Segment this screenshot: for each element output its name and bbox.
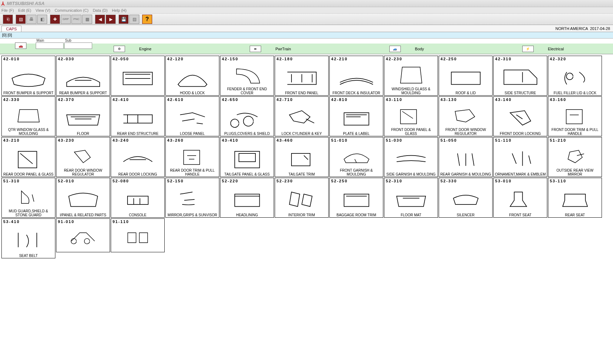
part-cell[interactable]: 43-140 FRONT DOOR LOCKING: [493, 96, 547, 136]
part-cell[interactable]: 52-310 FLOOR MAT: [384, 178, 438, 218]
part-cell[interactable]: 42-810 PLATE & LABEL: [329, 96, 383, 136]
part-cell[interactable]: 42-120 HOOD & LOCK: [165, 56, 219, 96]
toolbar-help-button[interactable]: ?: [142, 15, 152, 24]
part-cell[interactable]: 51-010 FRONT GARNISH & MOULDING: [329, 137, 383, 177]
sub-input[interactable]: [64, 42, 92, 49]
part-cell[interactable]: 53-010 FRONT SEAT: [493, 178, 547, 218]
vehicle-icon[interactable]: 🚗: [15, 42, 26, 49]
part-cell[interactable]: 42-150 FENDER & FRONT END COVER: [220, 56, 274, 96]
part-cell[interactable]: 52-330 SILENCER: [439, 178, 493, 218]
part-label: FRONT DOOR LOCKING: [494, 131, 547, 136]
toolbar-button-12[interactable]: ▤: [129, 15, 139, 24]
part-cell[interactable]: 52-080 CONSOLE: [111, 178, 165, 218]
part-cell[interactable]: 43-210 REAR DOOR PANEL & GLASS: [1, 137, 55, 177]
part-cell[interactable]: 42-230 WINDSHIELD GLASS & MOULDING: [384, 56, 438, 96]
region-text: NORTH AMERICA: [555, 26, 588, 31]
menu-data[interactable]: Data (D): [93, 8, 108, 12]
part-cell[interactable]: 43-240 REAR DOOR LOCKING: [111, 137, 165, 177]
part-code: 43-230: [56, 137, 110, 143]
menu-edit[interactable]: Edit (E): [18, 8, 31, 12]
part-label: ORNAMENT,MARK & EMBLEM: [494, 172, 547, 177]
toolbar-button-8[interactable]: ▦: [82, 15, 92, 24]
part-cell[interactable]: 42-320 FUEL FILLER LID & LOCK: [548, 56, 602, 96]
part-label: MUD GUARD,SHIELD & STONE GUARD: [2, 209, 55, 217]
part-cell[interactable]: 51-110 ORNAMENT,MARK & EMBLEM: [493, 137, 547, 177]
toolbar-button-2[interactable]: ▤: [16, 15, 26, 24]
part-cell[interactable]: 52-220 HEADLINING: [220, 178, 274, 218]
part-cell[interactable]: 42-210 FRONT DECK & INSULATOR: [329, 56, 383, 96]
toolbar-pnc-button[interactable]: PNC: [71, 15, 81, 24]
part-cell[interactable]: 53-410 SEAT BELT: [1, 218, 55, 258]
part-cell[interactable]: 43-130 FRONT DOOR WINDOW REGULATOR: [439, 96, 493, 136]
part-cell[interactable]: 51-050 REAR GARNISH & MOULDING: [439, 137, 493, 177]
part-cell[interactable]: 43-460 TAILGATE TRIM: [275, 137, 329, 177]
part-diagram-icon: [220, 62, 274, 87]
part-cell[interactable]: 43-110 FRONT DOOR PANEL & GLASS: [384, 96, 438, 136]
part-cell[interactable]: 53-110 REAR SEAT: [548, 178, 602, 218]
part-code: 42-030: [56, 56, 110, 62]
part-cell[interactable]: 43-260 REAR DOOR TRIM & PULL HANDLE: [165, 137, 219, 177]
part-cell[interactable]: 91-010: [56, 218, 110, 252]
part-label: ROOF & LID: [439, 91, 492, 95]
part-label: REAR BUMPER & SUPPORT: [56, 91, 110, 95]
category-item-electrical[interactable]: ⚡Electrical: [522, 46, 564, 52]
part-cell[interactable]: 52-230 INTERIOR TRIM: [275, 178, 329, 218]
part-label: REAR SEAT: [548, 213, 602, 217]
menu-help[interactable]: Help (H): [112, 8, 126, 12]
part-cell[interactable]: 51-030 SIDE GARNISH & MOULDING: [384, 137, 438, 177]
category-item-engine[interactable]: ⚙Engine: [114, 46, 151, 52]
part-cell[interactable]: 91-110: [111, 218, 165, 252]
toolbar-prev-button[interactable]: ◀: [95, 15, 105, 24]
part-cell[interactable]: 42-410 REAR END STRUCTURE: [111, 96, 165, 136]
part-cell[interactable]: 42-250 ROOF & LID: [439, 56, 493, 96]
part-cell[interactable]: 42-370 FLOOR: [56, 96, 110, 136]
part-label: HEADLINING: [220, 213, 274, 217]
part-cell[interactable]: 52-150 MIRROR,GRIPS & SUNVISOR: [165, 178, 219, 218]
part-label: FRONT BUMPER & SUPPORT: [2, 91, 55, 95]
part-label: OUTSIDE REAR VIEW MIRROR: [548, 168, 602, 177]
part-code: 51-010: [330, 137, 383, 143]
menu-communication[interactable]: Communication (C): [55, 8, 89, 12]
part-cell[interactable]: 42-310 SIDE STRUCTURE: [493, 56, 547, 96]
category-item-pwrtrain[interactable]: ⬌PwrTrain: [250, 46, 291, 52]
part-cell[interactable]: 42-710 LOCK CYLINDER & KEY: [275, 96, 329, 136]
part-diagram-icon: [548, 62, 602, 91]
part-cell[interactable]: 42-180 FRONT END PANEL: [275, 56, 329, 96]
part-label: FENDER & FRONT END COVER: [220, 87, 274, 95]
part-label: SEAT BELT: [2, 253, 55, 258]
tab-caps[interactable]: CAPS: [1, 26, 21, 32]
part-label: FRONT SEAT: [494, 213, 547, 217]
part-cell[interactable]: 42-330 QTR WINDOW GLASS & MOULDING: [1, 96, 55, 136]
part-cell[interactable]: 42-650 PLUGS,COVERS & SHIELD: [220, 96, 274, 136]
part-diagram-icon: [220, 143, 274, 172]
part-cell[interactable]: 42-010 FRONT BUMPER & SUPPORT: [1, 56, 55, 96]
part-cell[interactable]: 43-160 FRONT DOOR TRIM & PULL HANDLE: [548, 96, 602, 136]
toolbar-exit-button[interactable]: ⎗: [3, 15, 13, 24]
part-cell[interactable]: 51-210 OUTSIDE REAR VIEW MIRROR: [548, 137, 602, 177]
toolbar-button-5[interactable]: ✚: [50, 15, 60, 24]
main-input[interactable]: [36, 42, 64, 49]
part-code: 91-110: [111, 219, 164, 224]
category-label: Body: [415, 47, 424, 51]
part-label: REAR DOOR LOCKING: [111, 172, 164, 177]
part-cell[interactable]: 52-010 I/PANEL & RELATED PARTS: [56, 178, 110, 218]
part-cell[interactable]: 52-250 BAGGAGE ROOM TRIM: [329, 178, 383, 218]
part-code: 43-130: [439, 97, 492, 102]
part-cell[interactable]: 43-230 REAR DOOR WINDOW REGULATOR: [56, 137, 110, 177]
category-item-body[interactable]: 🚙Body: [389, 46, 424, 52]
toolbar-print-button[interactable]: 🖶: [26, 15, 36, 24]
part-cell[interactable]: 42-050: [111, 56, 165, 96]
part-cell[interactable]: 42-610 LOOSE PANEL: [165, 96, 219, 136]
category-icon: ⚡: [522, 46, 534, 52]
toolbar-next-button[interactable]: ▶: [106, 15, 116, 24]
part-cell[interactable]: 42-030 REAR BUMPER & SUPPORT: [56, 56, 110, 96]
part-label: LOOSE PANEL: [166, 131, 219, 136]
toolbar-grp-button[interactable]: GRP: [61, 15, 71, 24]
part-cell[interactable]: 43-410 TAILGATE PANEL & GLASS: [220, 137, 274, 177]
menu-file[interactable]: File (F): [1, 8, 14, 12]
part-cell[interactable]: 51-310 MUD GUARD,SHIELD & STONE GUARD: [1, 178, 55, 218]
toolbar-save-button[interactable]: 💾: [119, 15, 129, 24]
menu-view[interactable]: View (V): [36, 8, 50, 12]
part-diagram-icon: [494, 102, 547, 131]
toolbar-button-4[interactable]: ◧: [37, 15, 47, 24]
